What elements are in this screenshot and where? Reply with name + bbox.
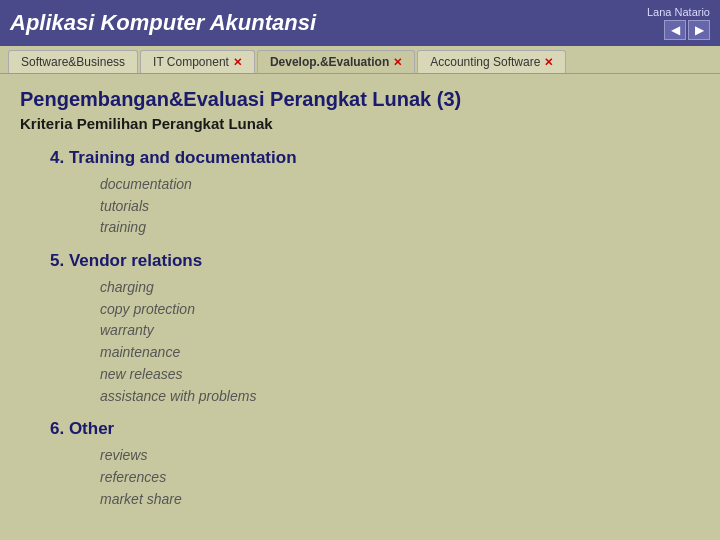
list-item: tutorials	[100, 196, 700, 218]
main-content: Pengembangan&Evaluasi Perangkat Lunak (3…	[0, 74, 720, 540]
section-title-2: 6. Other	[50, 419, 700, 439]
sub-items-1: chargingcopy protectionwarrantymaintenan…	[100, 277, 700, 407]
section-title-1: 5. Vendor relations	[50, 251, 700, 271]
tab-it-component[interactable]: IT Component✕	[140, 50, 255, 73]
prev-button[interactable]: ◀	[664, 20, 686, 40]
list-item: new releases	[100, 364, 700, 386]
page-subheading: Kriteria Pemilihan Perangkat Lunak	[20, 115, 700, 132]
tab-software-business[interactable]: Software&Business	[8, 50, 138, 73]
tab-develop-evaluation[interactable]: Develop.&Evaluation✕	[257, 50, 415, 73]
list-item: warranty	[100, 320, 700, 342]
tab1-close[interactable]: ✕	[233, 56, 242, 68]
tab3-close[interactable]: ✕	[544, 56, 553, 68]
list-item: training	[100, 217, 700, 239]
sub-items-2: reviewsreferencesmarket share	[100, 445, 700, 510]
list-item: documentation	[100, 174, 700, 196]
page-heading: Pengembangan&Evaluasi Perangkat Lunak (3…	[20, 88, 700, 111]
sub-items-0: documentationtutorialstraining	[100, 174, 700, 239]
next-button[interactable]: ▶	[688, 20, 710, 40]
app-title: Aplikasi Komputer Akuntansi	[10, 10, 316, 36]
list-item: charging	[100, 277, 700, 299]
section-1: 5. Vendor relationschargingcopy protecti…	[20, 251, 700, 407]
list-item: maintenance	[100, 342, 700, 364]
tab-accounting-software[interactable]: Accounting Software✕	[417, 50, 566, 73]
tab2-close[interactable]: ✕	[393, 56, 402, 68]
header: Aplikasi Komputer Akuntansi Lana Natario…	[0, 0, 720, 46]
list-item: market share	[100, 489, 700, 511]
section-0: 4. Training and documentationdocumentati…	[20, 148, 700, 239]
section-title-0: 4. Training and documentation	[50, 148, 700, 168]
nav-tabs: Software&Business IT Component✕ Develop.…	[0, 46, 720, 74]
list-item: copy protection	[100, 299, 700, 321]
author-name: Lana Natario	[647, 6, 710, 18]
header-right: Lana Natario ◀ ▶	[647, 6, 710, 40]
list-item: reviews	[100, 445, 700, 467]
sections-container: 4. Training and documentationdocumentati…	[20, 148, 700, 510]
nav-buttons: ◀ ▶	[664, 20, 710, 40]
list-item: assistance with problems	[100, 386, 700, 408]
list-item: references	[100, 467, 700, 489]
section-2: 6. Otherreviewsreferencesmarket share	[20, 419, 700, 510]
